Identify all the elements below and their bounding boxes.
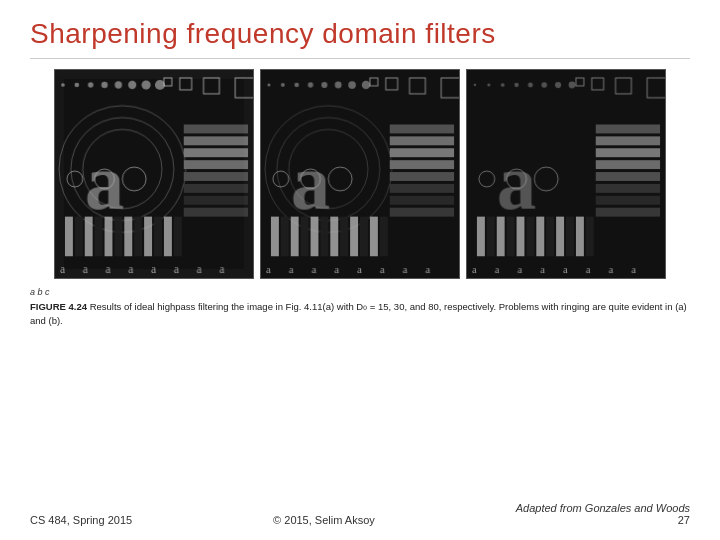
footer-adapted: Adapted from Gonzales and Woods: [516, 502, 690, 514]
figure-number: FIGURE 4.24: [30, 301, 87, 312]
figure-text: Results of ideal highpass filtering the …: [30, 301, 687, 326]
footer: CS 484, Spring 2015 © 2015, Selim Aksoy …: [30, 498, 690, 526]
image-c: [466, 69, 666, 279]
slide: Sharpening frequency domain filters a b …: [0, 0, 720, 540]
footer-right: Adapted from Gonzales and Woods 27: [516, 502, 690, 526]
footer-course: CS 484, Spring 2015: [30, 514, 132, 526]
footer-page: 27: [516, 514, 690, 526]
image-b: [260, 69, 460, 279]
image-a: [54, 69, 254, 279]
abc-label: a b c: [30, 287, 690, 297]
title-divider: [30, 58, 690, 59]
figure-caption: FIGURE 4.24 Results of ideal highpass fi…: [30, 300, 690, 328]
footer-copyright: © 2015, Selim Aksoy: [273, 514, 375, 526]
images-row: [30, 69, 690, 279]
slide-title: Sharpening frequency domain filters: [30, 18, 690, 50]
